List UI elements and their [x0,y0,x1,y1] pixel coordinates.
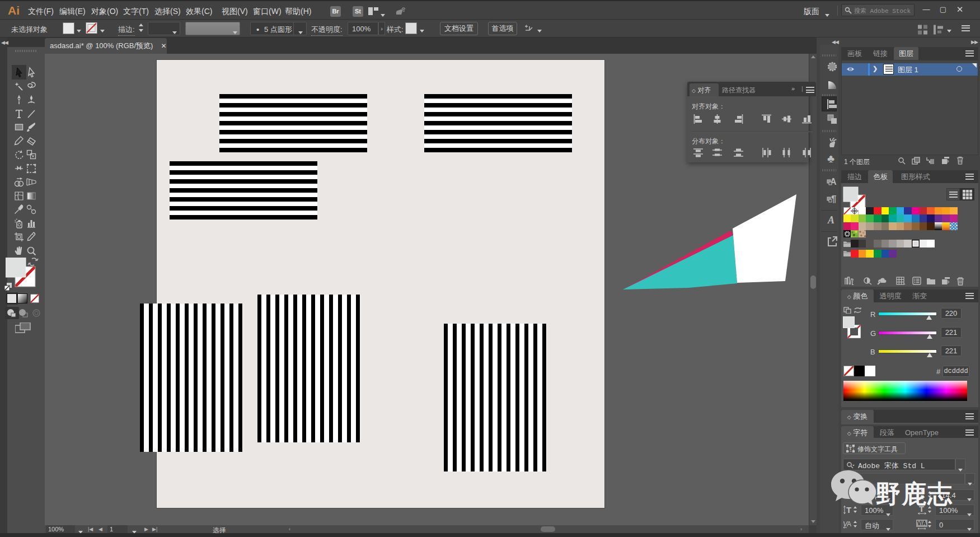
svg-text:♣: ♣ [827,152,834,165]
svg-text:T: T [849,446,852,451]
svg-text:A: A [827,214,834,226]
svg-text:野鹿志: 野鹿志 [876,480,953,507]
